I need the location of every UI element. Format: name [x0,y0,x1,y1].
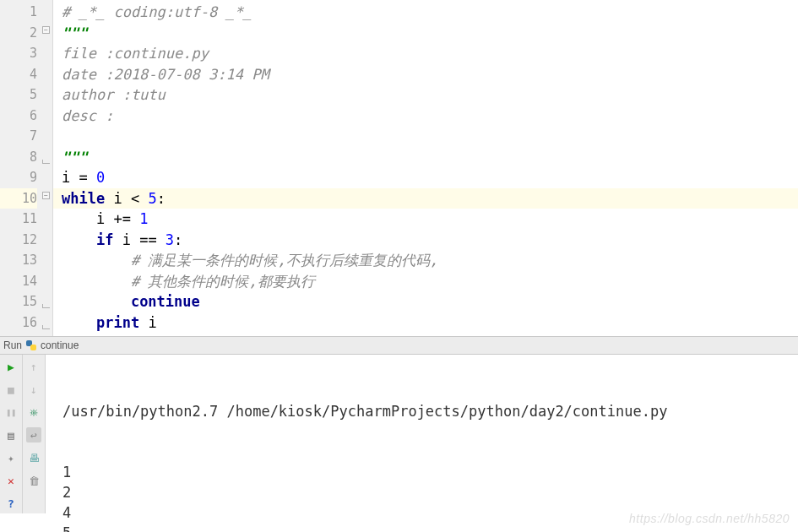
line-number: 15 [0,291,37,312]
line-number: 3 [0,43,37,64]
code-line[interactable]: print i [53,312,798,334]
code-line[interactable]: file :continue.py [53,43,798,64]
code-line[interactable]: desc : [53,106,798,127]
line-number: 4 [0,64,37,85]
up-arrow-icon[interactable]: ↑ [26,359,41,374]
line-number: 10 [0,188,37,209]
code-line[interactable]: # 其他条件的时候,都要执行 [53,271,798,292]
run-toolbar-left: ▶ ■ ❚❚ ▤ ✦ ✕ ? [0,355,23,513]
line-number: 7 [0,126,37,147]
line-number: 12 [0,230,37,251]
close-icon[interactable]: ✕ [3,473,19,488]
line-number: 14 [0,271,37,292]
run-config-name: continue [41,339,79,351]
scroll-lock-icon[interactable]: ↩ [26,427,41,442]
console-command: /usr/bin/python2.7 /home/kiosk/PycharmPr… [62,401,798,421]
watermark: https://blog.csdn.net/hh5820 [629,512,790,525]
python-icon [25,339,37,351]
line-number: 6 [0,106,37,127]
fold-marker-icon[interactable]: − [42,26,50,34]
code-line[interactable]: while i < 5: [53,188,798,209]
code-line[interactable] [53,126,798,147]
line-number: 1 [0,2,37,23]
code-line[interactable]: continue [53,291,798,312]
code-area[interactable]: # _*_ coding:utf-8 _*_"""file :continue.… [53,0,798,336]
code-line[interactable]: i = 0 [53,167,798,188]
print-icon[interactable]: 🖶 [26,450,41,465]
play-icon[interactable]: ▶ [3,359,19,374]
line-number: 11 [0,209,37,230]
console-line: 2 [62,482,798,502]
help-icon[interactable]: ? [3,496,19,511]
run-tool-header: Run continue [0,336,798,355]
line-number: 16 [0,312,37,334]
stop-icon[interactable]: ■ [3,382,19,397]
code-line[interactable]: # 满足某一条件的时候,不执行后续重复的代码, [53,250,798,271]
layout-icon[interactable]: ▤ [3,427,19,442]
fold-column: − − [41,0,52,336]
code-line[interactable]: """ [53,147,798,168]
run-panel: ▶ ■ ❚❚ ▤ ✦ ✕ ? ↑ ↓ ⛯ ↩ 🖶 🗑 /usr/bin/pyth… [0,355,798,513]
console-output[interactable]: /usr/bin/python2.7 /home/kiosk/PycharmPr… [46,355,798,513]
pin-icon[interactable]: ✦ [3,450,19,465]
gutter: 12345678910111213141516 − − [0,0,53,336]
run-toolbar-right: ↑ ↓ ⛯ ↩ 🖶 🗑 [23,355,46,513]
line-number: 5 [0,84,37,106]
code-line[interactable]: author :tutu [53,84,798,106]
fold-end-icon [42,325,50,329]
line-number: 9 [0,167,37,188]
line-number: 8 [0,147,37,168]
console-line: 1 [62,462,798,482]
run-label: Run [3,339,22,351]
down-arrow-icon[interactable]: ↓ [26,382,41,397]
fold-end-icon [42,160,50,164]
code-line[interactable]: # _*_ coding:utf-8 _*_ [53,2,798,23]
trash-icon[interactable]: 🗑 [26,473,41,488]
line-number: 13 [0,250,37,271]
code-line[interactable]: """ [53,23,798,44]
code-line[interactable]: date :2018-07-08 3:14 PM [53,64,798,85]
line-number: 2 [0,23,37,44]
code-line[interactable]: if i == 3: [53,230,798,251]
code-line[interactable]: i += 1 [53,209,798,230]
wrap-icon[interactable]: ⛯ [26,404,41,420]
pause-icon[interactable]: ❚❚ [3,404,19,420]
fold-marker-icon[interactable]: − [42,192,50,199]
fold-end-icon [42,304,50,308]
editor: 12345678910111213141516 − − # _*_ coding… [0,0,798,336]
